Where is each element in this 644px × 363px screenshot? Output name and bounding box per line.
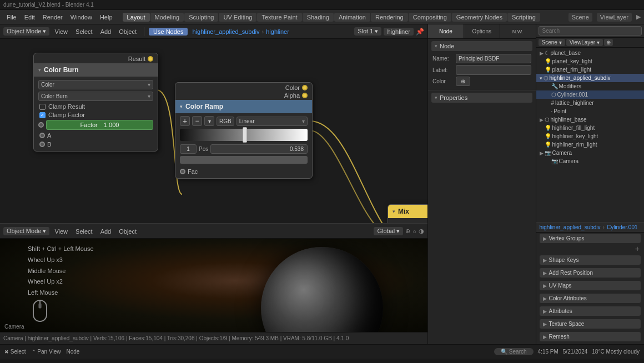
properties-header[interactable]: ▾ Properties [431,93,532,103]
select-menu[interactable]: Select [73,28,95,36]
viewport-select-menu[interactable]: Select [73,228,95,235]
node-color-ramp-header[interactable]: ▾ Color Ramp [175,100,312,113]
uv-maps-header[interactable]: ▶ UV Maps [540,281,641,290]
collapse-arrow-ramp[interactable]: ▾ [180,104,183,109]
tree-item-planet-key[interactable]: ▶ 💡 planet_key_light [536,57,645,65]
breadcrumb-object[interactable]: highliner_applied_subdiv [192,28,259,35]
add-rest-position-header[interactable]: ▶ Add Rest Position [540,268,641,278]
menu-file[interactable]: File [3,13,20,22]
tree-item-highliner-fill[interactable]: ▶ 💡 highliner_fill_light [536,124,645,132]
tree-item-highliner-key[interactable]: ▶ 💡 highliner_key_light [536,132,645,140]
viewport-global[interactable]: Global ▾ [374,227,403,235]
clamp-factor-checkbox[interactable]: ✓ [39,112,46,118]
scene-search[interactable] [539,26,642,36]
viewport-object-menu[interactable]: Object [116,228,139,235]
color-attributes-header[interactable]: ▶ Color Attributes [540,294,641,303]
tree-item-cylinder[interactable]: ▶ ⬡ Cylinder.001 [536,90,645,99]
breadcrumb-node[interactable]: highliner [266,28,289,35]
tab-modeling[interactable]: Modeling [150,13,184,22]
tree-item-highliner-base[interactable]: ▶ ⬡ highliner_base [536,115,645,124]
tree-item-planet-rim[interactable]: ▶ 💡 planet_rim_light [536,65,645,74]
filter-btn[interactable]: ⊕ [604,39,613,46]
blend-mode-select[interactable]: Color Burn ▾ [38,92,153,101]
pos-value-input[interactable]: 0.538 [210,144,308,154]
menu-window[interactable]: Window [67,13,95,22]
menu-help[interactable]: Help [97,13,116,22]
tree-item-modifiers[interactable]: ▶ 🔧 Modifiers [536,82,645,90]
viewport-add-menu[interactable]: Add [98,228,114,235]
node-color-burn[interactable]: Result ▾ Color Burn Color [33,53,158,152]
tab-node-wrangler[interactable]: N.W. [500,24,536,38]
vertex-groups-header[interactable]: ▶ Vertex Groups [540,234,641,243]
menu-edit[interactable]: Edit [21,13,38,22]
highlight-active[interactable]: highliner [384,28,414,36]
ramp-add-btn[interactable]: + [180,116,190,126]
tree-item-camera-parent[interactable]: ▶ 📷 Camera [536,149,645,157]
blend-type-select[interactable]: Color ▾ [38,80,153,89]
node-color-ramp[interactable]: Color Alpha ▾ Color Ramp [175,82,313,179]
viewport-view-menu[interactable]: View [52,228,71,235]
tab-scripting[interactable]: Scripting [507,13,540,22]
attributes-header[interactable]: ▶ Attributes [540,306,641,316]
tab-layout[interactable]: Layout [123,13,150,22]
node-color-burn-header[interactable]: ▾ Color Burn [34,63,158,77]
ramp-bar[interactable] [180,129,308,141]
node-section-header[interactable]: ▾ Node [431,41,532,51]
vertex-groups-add-btn[interactable]: + [540,244,641,253]
options-btn[interactable]: ⊕ [456,77,470,86]
label-input[interactable] [456,65,531,75]
tree-item-highliner-rim[interactable]: ▶ 💡 highliner_rim_light [536,140,645,149]
tab-animation[interactable]: Animation [334,13,370,22]
viewport-render-mode[interactable]: ○ [412,228,416,235]
search-bar[interactable]: 🔍 Search [494,348,533,355]
mix-collapse[interactable]: ▾ [393,209,395,214]
view-menu[interactable]: View [52,28,71,36]
viewport-mode-select[interactable]: Object Mode ▾ [3,227,49,235]
ramp-remove-btn[interactable]: − [192,116,202,126]
node-mix-header[interactable]: ▾ Mix [388,205,427,218]
tab-node[interactable]: Node [428,24,464,38]
scene-selector[interactable]: Scene ▾ [539,39,565,46]
tab-rendering[interactable]: Rendering [371,13,408,22]
ramp-handle-1[interactable] [243,127,247,143]
tree-item-lattice[interactable]: ▶ # lattice_highliner [536,99,645,107]
tab-options[interactable]: Options [464,24,500,38]
ramp-options-btn[interactable]: ▾ [204,116,214,126]
remesh-header[interactable]: ▶ Remesh [540,332,641,341]
texture-space-header[interactable]: ▶ Texture Space [540,319,641,329]
breadcrumb-mesh[interactable]: Cylinder.001 [607,224,638,230]
object-menu[interactable]: Object [116,28,139,36]
stop-index-input[interactable]: 1 [180,144,197,154]
clamp-result-checkbox[interactable] [39,104,46,110]
viewport-shade[interactable]: ◑ [419,228,424,235]
tree-item-point[interactable]: ▶ · Point [536,107,645,115]
collapse-arrow[interactable]: ▾ [38,67,41,73]
menu-render[interactable]: Render [39,13,66,22]
tree-item-planet-base[interactable]: ▶ ☾ planet_base [536,49,645,57]
breadcrumb-obj[interactable]: highliner_applied_subdiv [540,224,601,230]
render-icon[interactable]: ▶ [636,13,641,21]
slot-select[interactable]: Slot 1 ▾ [354,27,381,36]
tab-texture-paint[interactable]: Texture Paint [257,13,301,22]
tab-shading[interactable]: Shading [303,13,334,22]
tree-item-highliner-subdiv[interactable]: ▾ ⬡ highliner_applied_subdiv [536,74,645,82]
color-mode-select[interactable]: RGB [217,117,234,126]
node-mix[interactable]: ▾ Mix Result [388,204,427,223]
tree-item-camera-child[interactable]: ▶ 📷 Camera [536,157,645,165]
tab-compositing[interactable]: Compositing [409,13,451,22]
interpolation-select[interactable]: Linear ▾ [237,117,308,126]
viewlayer-selector[interactable]: ViewLayer ▾ [566,39,603,46]
factor-input[interactable]: Factor 1.000 [46,120,153,130]
use-nodes-btn[interactable]: Use Nodes [149,28,188,36]
add-menu[interactable]: Add [98,28,114,36]
name-input[interactable]: Principled BSDF [456,54,531,63]
engine-select[interactable]: Scene [568,13,592,22]
alpha-bar-visual[interactable] [180,156,308,164]
mode-select[interactable]: Object Mode ▾ [3,27,49,36]
viewlayer-select[interactable]: ViewLayer [597,13,632,22]
tab-sculpting[interactable]: Sculpting [184,13,218,22]
shape-keys-header[interactable]: ▶ Shape Keys [540,255,641,265]
viewport-controls[interactable]: ⊕ [405,228,410,235]
tab-uv[interactable]: UV Editing [219,13,256,22]
tab-geometry-nodes[interactable]: Geometry Nodes [452,13,507,22]
